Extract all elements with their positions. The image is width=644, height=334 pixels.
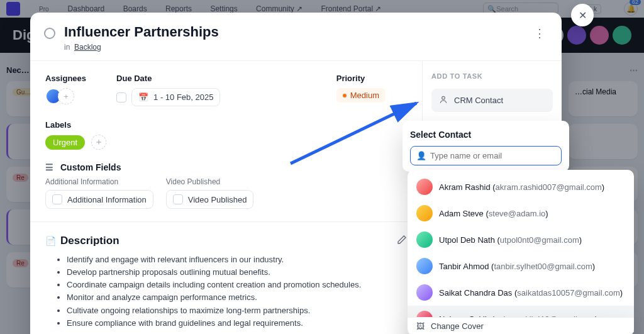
contact-email: akram.rashid007@gmail.com bbox=[496, 182, 602, 192]
cf-checkbox[interactable] bbox=[52, 194, 62, 204]
contact-search-wrapper[interactable]: 👤 bbox=[410, 146, 562, 165]
due-date-value: 1 - 10 Feb, 2025 bbox=[153, 92, 213, 102]
contact-option[interactable]: Tanbir Ahmod (tanbir.sylhet00@gmail.com) bbox=[408, 253, 634, 279]
contact-name: Saikat Chandra Das bbox=[439, 288, 512, 298]
task-title[interactable]: Influencer Partnerships bbox=[64, 24, 219, 40]
assignees-label: Assignees bbox=[45, 74, 86, 83]
close-icon: ✕ bbox=[579, 9, 587, 21]
svg-point-0 bbox=[442, 96, 445, 99]
contact-option[interactable]: Akram Rashid (akram.rashid007@gmail.com) bbox=[408, 174, 634, 200]
person-icon: 👤 bbox=[416, 151, 426, 160]
desc-bullet: Cultivate ongoing relationships to maxim… bbox=[67, 304, 407, 317]
contact-avatar bbox=[416, 179, 433, 195]
priority-label: Priority bbox=[336, 74, 386, 83]
desc-bullet: Identify and engage with relevant influe… bbox=[67, 253, 407, 266]
crm-contact-button[interactable]: CRM Contact bbox=[431, 89, 553, 112]
contact-name: Adam Steve bbox=[439, 209, 484, 218]
contact-option[interactable]: Adam Steve (steve@adam.io) bbox=[408, 200, 634, 226]
cf-col-title-2: Video Published bbox=[166, 177, 254, 186]
contact-option[interactable]: Saikat Chandra Das (saikatdas10057@gmail… bbox=[408, 279, 634, 306]
priority-chip[interactable]: Medium bbox=[336, 88, 386, 103]
due-date-checkbox[interactable] bbox=[116, 92, 126, 103]
contact-option[interactable]: Utpol Deb Nath (utpol0nt0@gmail.com) bbox=[408, 226, 634, 253]
change-cover-button[interactable]: 🖼 Change Cover bbox=[408, 317, 634, 334]
add-label-button[interactable]: ＋ bbox=[91, 135, 106, 150]
contact-name: Tanbir Ahmod bbox=[439, 262, 489, 271]
task-list-link[interactable]: Backlog bbox=[74, 43, 101, 52]
contact-avatar bbox=[416, 205, 433, 221]
custom-fields-heading: Custom Fields bbox=[60, 162, 121, 172]
desc-bullet: Coordinate campaign details including co… bbox=[67, 279, 407, 291]
calendar-icon: 📅 bbox=[138, 92, 148, 102]
pencil-icon bbox=[397, 235, 407, 245]
close-modal-button[interactable]: ✕ bbox=[571, 4, 594, 26]
desc-bullet: Monitor and analyze campaign performance… bbox=[67, 291, 407, 304]
cf-value-1: Additional Information bbox=[67, 195, 147, 204]
contact-avatar bbox=[416, 258, 433, 274]
select-contact-title: Select Contact bbox=[410, 130, 562, 140]
contact-email: utpol0nt0@gmail.com bbox=[500, 235, 579, 245]
contact-search-input[interactable] bbox=[430, 151, 555, 160]
image-icon: 🖼 bbox=[416, 321, 425, 331]
task-more-menu[interactable]: ⋮ bbox=[531, 24, 548, 43]
labels-label: Labels bbox=[45, 120, 407, 130]
custom-fields-icon: ☰ bbox=[45, 162, 55, 172]
task-in-label: in bbox=[64, 43, 70, 52]
crm-contact-label: CRM Contact bbox=[454, 96, 503, 105]
task-complete-checkbox[interactable] bbox=[44, 28, 55, 39]
cf-additional-information[interactable]: Additional Information bbox=[45, 190, 153, 209]
select-contact-popover: Select Contact 👤 bbox=[402, 121, 569, 172]
desc-bullet: Ensure compliance with brand guidelines … bbox=[67, 317, 407, 330]
contact-dropdown: Akram Rashid (akram.rashid007@gmail.com)… bbox=[408, 170, 634, 334]
description-icon: 📄 bbox=[45, 236, 55, 246]
contact-email: saikatdas10057@gmail.com bbox=[517, 288, 620, 298]
contact-email: tanbir.sylhet00@gmail.com bbox=[494, 262, 592, 271]
description-list[interactable]: Identify and engage with relevant influe… bbox=[67, 253, 407, 330]
cf-video-published[interactable]: Video Published bbox=[166, 190, 254, 209]
contact-email: steve@adam.io bbox=[489, 209, 546, 218]
cf-value-2: Video Published bbox=[188, 195, 247, 204]
add-to-task-heading: ADD TO TASK bbox=[431, 72, 553, 80]
edit-description-button[interactable] bbox=[397, 235, 407, 247]
description-heading: Description bbox=[60, 235, 119, 247]
due-date-picker[interactable]: 📅 1 - 10 Feb, 2025 bbox=[131, 88, 220, 106]
cf-col-title-1: Additional Information bbox=[45, 177, 153, 186]
add-assignee-button[interactable]: ＋ bbox=[58, 88, 74, 104]
contact-name: Akram Rashid bbox=[439, 182, 491, 192]
contact-avatar bbox=[416, 231, 433, 248]
contact-avatar bbox=[416, 284, 433, 301]
due-date-label: Due Date bbox=[116, 74, 220, 83]
cf-checkbox[interactable] bbox=[173, 194, 183, 204]
priority-value: Medium bbox=[350, 91, 379, 100]
contact-name: Utpol Deb Nath bbox=[439, 235, 495, 245]
change-cover-label: Change Cover bbox=[431, 321, 484, 331]
desc-bullet: Develop partnership proposals outlining … bbox=[67, 266, 407, 279]
label-pill-urgent[interactable]: Urgent bbox=[45, 135, 85, 150]
person-icon bbox=[439, 95, 448, 106]
